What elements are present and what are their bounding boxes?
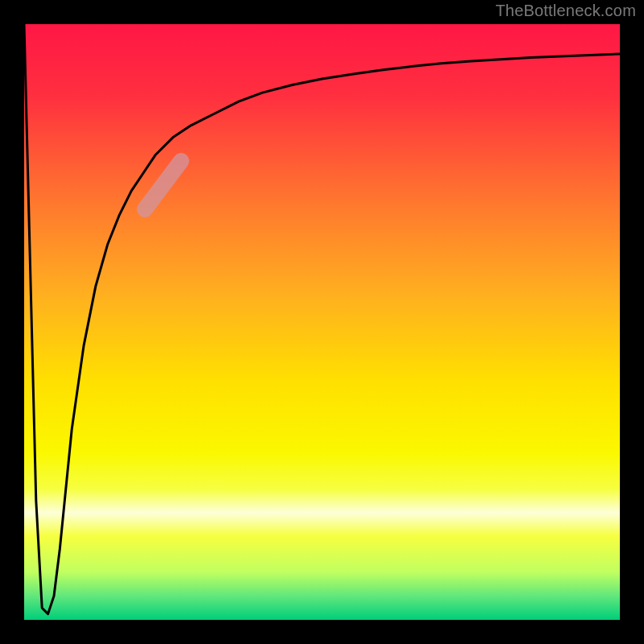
- plot-area: [24, 24, 620, 620]
- gradient-background: [24, 24, 620, 620]
- chart-frame: TheBottleneck.com: [0, 0, 644, 644]
- watermark-label: TheBottleneck.com: [495, 2, 636, 20]
- plot-svg: [24, 24, 620, 620]
